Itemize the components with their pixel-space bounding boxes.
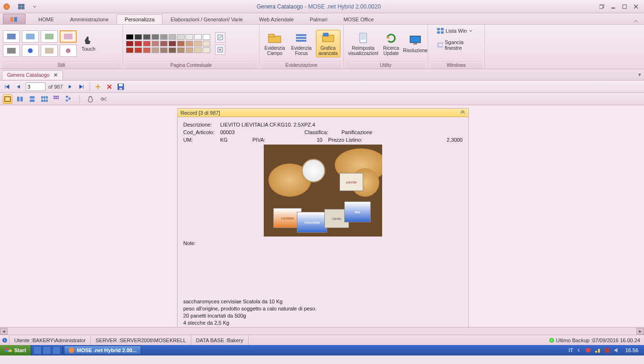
nav-save-icon[interactable] bbox=[116, 82, 125, 91]
color-swatch[interactable] bbox=[194, 47, 202, 53]
nav-add-icon[interactable] bbox=[94, 82, 102, 91]
view-tree-icon[interactable] bbox=[64, 94, 74, 104]
view-vsplit-icon[interactable] bbox=[27, 94, 37, 104]
qat-windows-icon[interactable] bbox=[15, 2, 27, 11]
stili-item[interactable] bbox=[60, 45, 77, 57]
stili-item[interactable] bbox=[3, 45, 20, 57]
color-swatch[interactable] bbox=[203, 34, 210, 40]
lista-win-dropdown[interactable]: Lista Win bbox=[433, 27, 477, 35]
color-swatch[interactable] bbox=[143, 47, 151, 53]
touch-button[interactable]: Touch bbox=[79, 34, 98, 54]
grafica-avanzata-button[interactable]: Grafica avanzata bbox=[316, 30, 340, 57]
tab-personalizza[interactable]: Personalizza bbox=[116, 14, 162, 24]
nav-prev-icon[interactable] bbox=[14, 82, 23, 91]
color-swatch[interactable] bbox=[160, 47, 168, 53]
color-swatch[interactable] bbox=[177, 34, 185, 40]
color-swatch[interactable] bbox=[143, 41, 151, 46]
color-swatch[interactable] bbox=[177, 47, 185, 53]
tray-volume-icon[interactable] bbox=[613, 346, 620, 354]
scroll-right-icon[interactable]: ► bbox=[636, 328, 644, 335]
color-swatch[interactable] bbox=[152, 34, 159, 40]
sgancia-finestre-button[interactable]: Sgancia finestre bbox=[433, 38, 482, 52]
view-grid4-icon[interactable] bbox=[52, 94, 62, 104]
color-swatch[interactable] bbox=[126, 47, 134, 53]
color-swatch[interactable] bbox=[177, 41, 185, 46]
ribbon-collapse-icon[interactable] bbox=[631, 18, 641, 24]
minimize-icon[interactable] bbox=[608, 2, 618, 11]
nav-page-input[interactable] bbox=[26, 82, 45, 91]
view-single-icon[interactable] bbox=[3, 94, 12, 104]
view-grid3-icon[interactable] bbox=[40, 94, 49, 104]
stili-item-selected[interactable] bbox=[60, 30, 77, 43]
ql-app-icon[interactable] bbox=[52, 346, 61, 355]
tray-lang[interactable]: IT bbox=[569, 347, 573, 353]
tab-office[interactable]: MOSE Office bbox=[335, 14, 382, 24]
ricerca-update-button[interactable]: Ricerca Update bbox=[382, 30, 401, 57]
doc-tabs-dropdown-icon[interactable]: ▾ bbox=[638, 72, 641, 78]
stili-item[interactable] bbox=[3, 30, 20, 43]
color-swatch[interactable] bbox=[126, 34, 134, 40]
link-icon[interactable] bbox=[98, 94, 107, 104]
color-swatch[interactable] bbox=[134, 41, 142, 46]
color-swatch[interactable] bbox=[186, 34, 193, 40]
color-swatch[interactable] bbox=[134, 47, 142, 53]
risoluzione-button[interactable]: Risoluzione bbox=[402, 32, 428, 55]
color-swatch[interactable] bbox=[186, 47, 193, 53]
color-swatch[interactable] bbox=[169, 41, 176, 46]
app-menu-button[interactable] bbox=[3, 14, 26, 24]
hand-pan-icon[interactable] bbox=[86, 94, 95, 104]
stili-gallery[interactable] bbox=[3, 30, 77, 57]
stili-item[interactable] bbox=[22, 45, 39, 57]
close-icon[interactable] bbox=[631, 2, 641, 11]
color-swatch[interactable] bbox=[152, 47, 159, 53]
tray-network-icon[interactable] bbox=[594, 346, 601, 354]
color-swatch[interactable] bbox=[160, 41, 168, 46]
ql-explorer-icon[interactable] bbox=[43, 346, 51, 355]
ql-desktop-icon[interactable] bbox=[33, 346, 42, 355]
status-info-icon[interactable]: i bbox=[0, 335, 9, 345]
stili-item[interactable] bbox=[22, 30, 39, 43]
qat-dropdown-icon[interactable] bbox=[28, 2, 41, 11]
color-swatch[interactable] bbox=[203, 41, 210, 46]
color-swatch[interactable] bbox=[126, 41, 134, 46]
color-palette[interactable] bbox=[126, 34, 210, 53]
tab-home[interactable]: HOME bbox=[30, 14, 62, 24]
evidenzia-campo-button[interactable]: Evidenzia Campo bbox=[262, 30, 287, 57]
tab-elaborazioni[interactable]: Elaborazioni / Generatori/ Varie bbox=[162, 14, 251, 24]
stili-item[interactable] bbox=[41, 30, 58, 43]
scroll-left-icon[interactable]: ◄ bbox=[0, 328, 8, 335]
stili-item[interactable] bbox=[41, 45, 58, 57]
nav-last-icon[interactable] bbox=[77, 82, 86, 91]
restore-down-icon[interactable] bbox=[597, 2, 607, 11]
pagina-reset-icon[interactable] bbox=[215, 45, 225, 55]
reimposta-button[interactable]: Reimposta visualizzazioni bbox=[347, 30, 380, 57]
tab-web[interactable]: Web Aziendale bbox=[251, 14, 302, 24]
pagina-apply-icon[interactable] bbox=[215, 32, 225, 43]
app-system-icon[interactable] bbox=[2, 2, 11, 11]
tray-shield-icon[interactable] bbox=[584, 346, 592, 354]
color-swatch[interactable] bbox=[143, 34, 151, 40]
nav-first-icon[interactable] bbox=[3, 82, 11, 91]
tab-amministrazione[interactable]: Amministrazione bbox=[62, 14, 116, 24]
color-swatch[interactable] bbox=[194, 34, 202, 40]
color-swatch[interactable] bbox=[203, 47, 210, 53]
tray-clock[interactable]: 16.56 bbox=[622, 347, 641, 353]
scroll-track[interactable] bbox=[8, 328, 636, 335]
color-swatch[interactable] bbox=[134, 34, 142, 40]
taskbar-task-mose[interactable]: MOSE .net Hybrid 2.00... bbox=[64, 346, 141, 355]
view-two-icon[interactable] bbox=[15, 94, 25, 104]
tray-app-icon[interactable] bbox=[603, 346, 611, 354]
collapse-icon[interactable] bbox=[460, 110, 465, 115]
color-swatch[interactable] bbox=[169, 47, 176, 53]
color-swatch[interactable] bbox=[152, 41, 159, 46]
tab-palmari[interactable]: Palmari bbox=[302, 14, 335, 24]
doc-tab-close-icon[interactable]: ✕ bbox=[54, 72, 58, 78]
maximize-icon[interactable] bbox=[619, 2, 630, 11]
color-swatch[interactable] bbox=[169, 34, 176, 40]
horizontal-scrollbar[interactable]: ◄ ► bbox=[0, 327, 644, 335]
start-button[interactable]: Start bbox=[0, 345, 31, 355]
record-header[interactable]: Record [3 di 987] bbox=[178, 109, 468, 117]
color-swatch[interactable] bbox=[186, 41, 193, 46]
tray-expand-icon[interactable] bbox=[575, 346, 582, 354]
doc-tab-catalaogo[interactable]: Genera Catalaogo ✕ bbox=[2, 70, 63, 80]
